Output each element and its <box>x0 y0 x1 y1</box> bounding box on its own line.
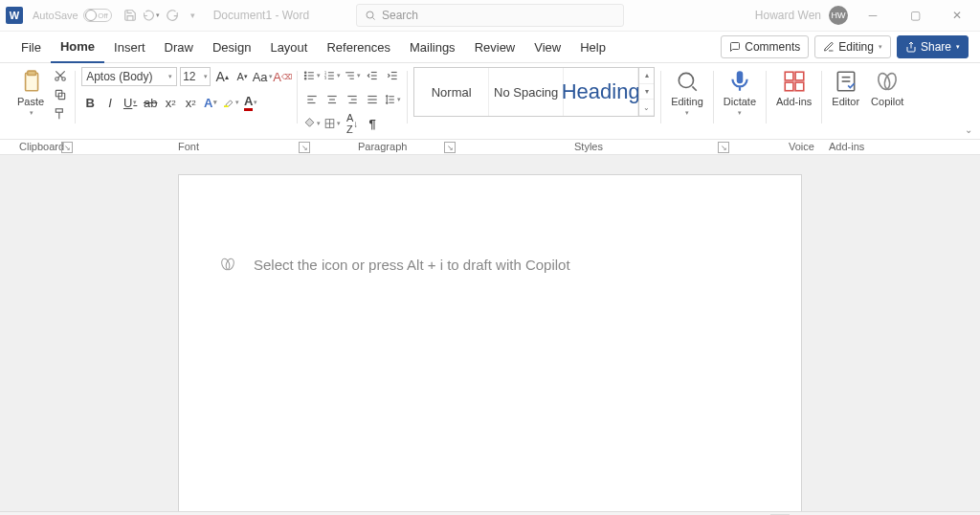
group-paragraph: ▾ 123▾ ▾ ▾ ▾ ▾ AZ↓ ¶ <box>298 67 407 139</box>
paragraph-dialog-launcher[interactable]: ↘ <box>444 142 456 153</box>
clear-formatting-icon[interactable]: A⌫ <box>274 68 291 85</box>
copy-icon[interactable] <box>52 86 69 103</box>
cut-icon[interactable] <box>52 67 69 84</box>
format-painter-icon[interactable] <box>52 105 69 123</box>
underline-icon[interactable]: U▾ <box>122 94 139 111</box>
numbering-icon[interactable]: 123▾ <box>323 67 341 84</box>
label-clipboard: Clipboard <box>19 141 64 152</box>
tab-view[interactable]: View <box>524 32 570 63</box>
label-styles: Styles <box>574 141 603 152</box>
tab-references[interactable]: References <box>317 32 399 63</box>
svg-point-17 <box>304 78 306 79</box>
svg-rect-57 <box>795 72 804 80</box>
group-editor-copilot: Editor Copilot <box>822 67 913 139</box>
text-effects-icon[interactable]: A▾ <box>202 94 219 111</box>
ribbon-tabs: File Home Insert Draw Design Layout Refe… <box>0 32 980 63</box>
autosave-label: AutoSave <box>33 10 78 21</box>
maximize-button[interactable]: ▢ <box>898 2 932 29</box>
increase-indent-icon[interactable] <box>384 67 401 84</box>
tab-mailings[interactable]: Mailings <box>400 32 465 63</box>
svg-point-15 <box>304 75 306 77</box>
decrease-indent-icon[interactable] <box>364 67 381 84</box>
styles-scroll-up-icon[interactable]: ▴ <box>639 68 654 84</box>
borders-icon[interactable]: ▾ <box>323 115 341 132</box>
tab-review[interactable]: Review <box>465 32 525 63</box>
undo-icon[interactable]: ▾ <box>143 7 160 24</box>
copilot-hint-icon[interactable] <box>219 256 236 273</box>
dictate-button[interactable]: Dictate▾ <box>720 67 760 119</box>
line-spacing-icon[interactable]: ▾ <box>384 91 401 108</box>
svg-rect-59 <box>795 82 804 91</box>
font-name-select[interactable]: Aptos (Body)▾ <box>81 67 177 86</box>
svg-rect-12 <box>224 105 228 107</box>
highlight-icon[interactable]: ▾ <box>222 94 239 111</box>
styles-gallery[interactable]: Normal No Spacing Heading ▴ ▾ ⌄ <box>413 67 655 117</box>
justify-icon[interactable] <box>364 91 381 108</box>
font-size-select[interactable]: 12▾ <box>180 67 211 86</box>
redo-icon[interactable] <box>164 7 181 24</box>
ribbon-group-labels: Clipboard ↘ Font ↘ Paragraph ↘ Styles ↘ … <box>0 140 980 155</box>
paste-button[interactable]: Paste ▾ <box>13 67 48 119</box>
bold-icon[interactable]: B <box>81 94 99 111</box>
align-left-icon[interactable] <box>303 91 321 108</box>
multilevel-list-icon[interactable]: ▾ <box>344 67 361 84</box>
style-no-spacing[interactable]: No Spacing <box>489 68 564 116</box>
align-right-icon[interactable] <box>344 91 361 108</box>
addins-button[interactable]: Add-ins <box>772 67 815 109</box>
autosave-toggle[interactable]: Off <box>83 9 112 22</box>
tab-home[interactable]: Home <box>51 32 104 63</box>
svg-rect-4 <box>28 71 36 75</box>
style-heading[interactable]: Heading <box>564 68 638 116</box>
show-marks-icon[interactable]: ¶ <box>364 115 381 132</box>
font-dialog-launcher[interactable]: ↘ <box>299 142 310 153</box>
tab-draw[interactable]: Draw <box>155 32 203 63</box>
svg-rect-55 <box>737 71 744 83</box>
save-icon[interactable] <box>122 7 139 24</box>
group-addins: Add-ins <box>767 67 821 139</box>
copilot-button[interactable]: Copilot <box>867 67 907 109</box>
svg-text:3: 3 <box>324 77 326 80</box>
sort-icon[interactable]: AZ↓ <box>344 115 361 132</box>
tab-file[interactable]: File <box>11 32 51 63</box>
clipboard-dialog-launcher[interactable]: ↘ <box>61 142 73 153</box>
tab-layout[interactable]: Layout <box>260 32 317 63</box>
share-button[interactable]: Share▾ <box>897 35 969 58</box>
svg-line-54 <box>692 86 696 90</box>
search-box[interactable]: Search <box>356 4 624 27</box>
change-case-icon[interactable]: Aa▾ <box>254 68 271 85</box>
styles-scroll-down-icon[interactable]: ▾ <box>639 84 654 101</box>
autosave-control[interactable]: AutoSave Off <box>33 9 112 22</box>
ribbon-collapse-icon[interactable]: ⌄ <box>965 124 972 135</box>
strikethrough-icon[interactable]: ab <box>142 94 159 111</box>
align-center-icon[interactable] <box>323 91 341 108</box>
editing-dropdown[interactable]: Editing▾ <box>667 67 707 119</box>
document-area[interactable]: Select the icon or press Alt + i to draf… <box>0 155 980 511</box>
superscript-icon[interactable]: x2 <box>182 94 199 111</box>
tab-help[interactable]: Help <box>570 32 615 63</box>
grow-font-icon[interactable]: A▴ <box>213 68 231 85</box>
styles-dialog-launcher[interactable]: ↘ <box>718 142 729 153</box>
tab-design[interactable]: Design <box>203 32 260 63</box>
close-button[interactable]: ✕ <box>940 2 974 29</box>
svg-point-0 <box>367 11 373 18</box>
avatar[interactable]: HW <box>829 6 848 25</box>
tab-insert[interactable]: Insert <box>104 32 155 63</box>
bullets-icon[interactable]: ▾ <box>303 67 321 84</box>
font-color-icon[interactable]: A▾ <box>242 94 259 111</box>
editor-button[interactable]: Editor <box>828 67 863 109</box>
italic-icon[interactable]: I <box>101 94 119 111</box>
paste-icon <box>18 69 43 94</box>
group-editing: Editing▾ <box>661 67 713 139</box>
group-styles: Normal No Spacing Heading ▴ ▾ ⌄ <box>408 67 660 139</box>
svg-line-1 <box>373 18 375 20</box>
styles-expand-icon[interactable]: ⌄ <box>639 100 654 116</box>
comments-button[interactable]: Comments <box>721 35 809 58</box>
shrink-font-icon[interactable]: A▾ <box>234 68 251 85</box>
minimize-button[interactable]: ─ <box>856 2 890 29</box>
qat-customize-icon[interactable]: ▾ <box>185 7 202 24</box>
subscript-icon[interactable]: x2 <box>162 94 179 111</box>
document-page[interactable]: Select the icon or press Alt + i to draf… <box>178 174 802 511</box>
style-normal[interactable]: Normal <box>414 68 489 116</box>
editing-mode-button[interactable]: Editing▾ <box>814 35 891 58</box>
shading-icon[interactable]: ▾ <box>303 115 321 132</box>
